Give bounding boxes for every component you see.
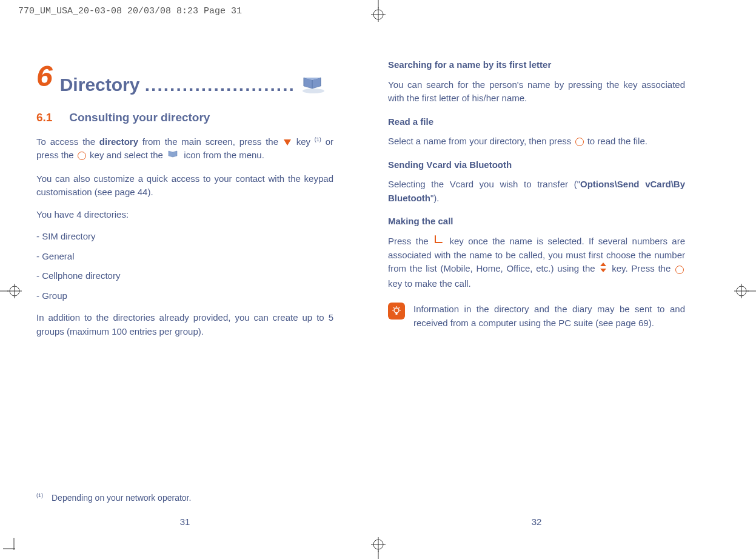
ok-key-icon (675, 266, 684, 274)
text: icon from the menu. (181, 150, 264, 160)
list-item: - General (36, 250, 333, 264)
text: Select a name from your directory, then … (388, 136, 574, 146)
page-number-left: 31 (180, 515, 190, 529)
section-header: 6.1 Consulting your directory (36, 109, 333, 127)
svg-rect-22 (396, 313, 398, 315)
ok-key-icon (575, 138, 584, 146)
text: key (292, 136, 315, 147)
section-title: Consulting your directory (69, 111, 210, 124)
paragraph-makingcall: Press the key once the name is selected.… (388, 235, 685, 291)
text: from the main screen, press the (138, 136, 283, 147)
text: key. Press the (608, 264, 674, 274)
ok-key-icon (78, 152, 86, 160)
paragraph-readfile: Select a name from your directory, then … (388, 135, 685, 149)
heading-makingcall: Making the call (388, 215, 685, 229)
chapter-title-text: Directory (60, 75, 140, 95)
list-item: - Group (36, 289, 333, 303)
footnote-ref: (1) (315, 136, 321, 142)
updown-key-icon (600, 262, 607, 277)
directory-book-icon (299, 73, 327, 99)
text: key to make the call. (388, 278, 471, 289)
section-number: 6.1 (36, 109, 67, 127)
heading-search: Searching for a name by its first letter (388, 58, 685, 72)
text: key and select the (87, 150, 166, 160)
svg-line-26 (393, 307, 395, 309)
text: Press the (388, 236, 433, 246)
text: to read the file. (585, 136, 647, 146)
crop-corner-bottom-left (3, 538, 21, 556)
crop-mark-bottom (366, 535, 390, 559)
chapter-dots: ........................ (145, 75, 295, 95)
crop-mark-right (732, 279, 756, 303)
svg-point-18 (303, 89, 324, 93)
down-key-icon (284, 139, 291, 146)
list-item: - Cellphone directory (36, 269, 333, 283)
svg-marker-20 (600, 269, 606, 272)
heading-vcard: Sending Vcard via Bluetooth (388, 158, 685, 172)
page-left: 6 Directory ........................ 6.1… (36, 55, 333, 535)
paragraph-groups: In addition to the directories already p… (36, 311, 333, 338)
paragraph-dircount: You have 4 directories: (36, 208, 333, 222)
directory-menu-icon (167, 149, 180, 164)
svg-line-27 (399, 307, 400, 309)
text: Selecting the Vcard you wish to transfer… (388, 179, 580, 189)
page-number-right: 32 (532, 515, 542, 529)
text: To access the (36, 136, 99, 147)
call-key-icon (434, 235, 444, 249)
crop-mark-top (366, 0, 390, 24)
list-item: - SIM directory (36, 230, 333, 244)
pdf-header-info: 770_UM_USA_20-03-08 20/03/08 8:23 Page 3… (18, 5, 242, 19)
tip-text: Information in the directory and the dia… (413, 303, 685, 330)
directory-list: - SIM directory - General - Cellphone di… (36, 230, 333, 303)
paragraph-search: You can search for the person's name by … (388, 78, 685, 105)
footnote-number: (1) (36, 492, 43, 498)
text-bold: directory (99, 136, 138, 147)
paragraph-access: To access the directory from the main sc… (36, 135, 333, 164)
footnote-text: Depending on your network operator. (52, 493, 191, 503)
paragraph-vcard: Selecting the Vcard you wish to transfer… (388, 178, 685, 205)
text: "). (430, 193, 440, 203)
chapter-number: 6 (36, 55, 53, 98)
tip-lightbulb-icon (388, 303, 405, 320)
heading-readfile: Read a file (388, 115, 685, 129)
footnote: (1)Depending on your network operator. (36, 492, 191, 504)
svg-point-21 (394, 308, 399, 313)
crop-mark-left (0, 279, 24, 303)
chapter-title: Directory ........................ (60, 71, 295, 98)
page-right: Searching for a name by its first letter… (388, 55, 685, 535)
tip-block: Information in the directory and the dia… (388, 303, 685, 330)
svg-marker-19 (600, 263, 606, 266)
paragraph-customize: You can also customize a quick access to… (36, 172, 333, 199)
chapter-heading: 6 Directory ........................ (36, 55, 333, 98)
